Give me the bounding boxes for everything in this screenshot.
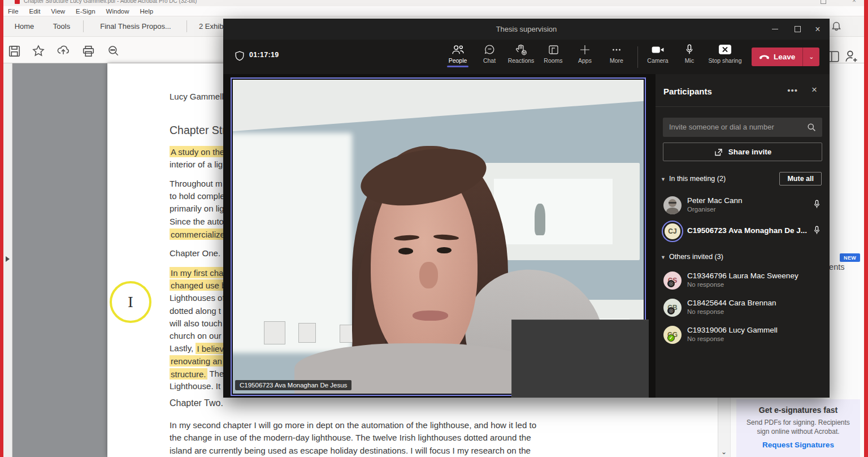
meeting-timer: 01:17:19 <box>249 51 279 59</box>
participant-row[interactable]: CG C19319006 Lucy Gammell No response <box>656 323 830 348</box>
participant-name: Peter Mac Cann <box>687 196 743 205</box>
mute-all-button[interactable]: Mute all <box>779 172 822 186</box>
minimize-icon[interactable] <box>766 19 783 40</box>
leave-label: Leave <box>774 53 795 61</box>
person-nose <box>419 262 438 288</box>
scroll-down-icon[interactable]: ⌄ <box>721 448 727 456</box>
collapse-chevron-icon[interactable]: ▼ <box>661 176 666 182</box>
tab-home[interactable]: Home <box>7 16 42 36</box>
tab-tools[interactable]: Tools <box>45 16 78 36</box>
acrobat-titlebar: Chapter Structure Lucy Gammell.pdf - Ado… <box>0 0 868 6</box>
chat-icon <box>484 44 496 55</box>
screen-share-border <box>0 0 3 457</box>
save-icon[interactable] <box>6 43 23 59</box>
people-icon <box>452 44 465 55</box>
esign-promo-body: Send PDFs for signing. Recipients sign o… <box>736 418 860 436</box>
invite-search-input[interactable] <box>663 118 799 136</box>
search-zoom-icon[interactable] <box>105 43 122 59</box>
more-dots-icon <box>610 44 623 55</box>
panel-close-icon[interactable]: × <box>811 84 817 96</box>
tab-apps[interactable]: Apps <box>569 44 601 64</box>
esign-promo-title: Get e-signatures fast <box>736 406 860 415</box>
video-window-light <box>233 133 352 353</box>
tab-chat[interactable]: Chat <box>474 44 505 64</box>
others-invited-section: ▼ Others invited (3) <box>656 252 830 267</box>
pdf-file-icon <box>15 0 20 4</box>
pdf-text-line: In my second chapter I will go more in d… <box>170 419 712 432</box>
esign-promo-card: Get e-signatures fast Send PDFs for sign… <box>736 399 860 457</box>
acrobat-window-title: Chapter Structure Lucy Gammell.pdf - Ado… <box>24 0 197 4</box>
participants-panel: Participants ••• × Share invite <box>656 74 830 398</box>
acrobat-close-icon[interactable]: × <box>852 0 856 5</box>
participant-row-organiser[interactable]: Peter Mac Cann Organiser <box>656 193 830 218</box>
participant-name: C18425644 Cara Brennan <box>687 299 776 307</box>
person-lips <box>413 311 448 321</box>
apps-plus-icon <box>579 44 591 55</box>
menu-file[interactable]: File <box>8 8 19 15</box>
leave-button[interactable]: Leave <box>752 48 802 66</box>
presence-status-icon <box>667 307 675 314</box>
participant-subtitle: No response <box>687 308 724 315</box>
menu-window[interactable]: Window <box>106 8 129 15</box>
in-meeting-section: ▼ In this meeting (2) Mute all <box>656 174 830 189</box>
participants-header: Participants <box>663 87 712 96</box>
mic-button[interactable]: Mic <box>672 44 706 64</box>
self-view-placeholder <box>511 320 649 398</box>
video-window-pane <box>494 179 613 245</box>
participant-mic-icon[interactable] <box>813 200 821 209</box>
participant-row[interactable]: CS C19346796 Laura Mac Sweeney No respon… <box>656 269 830 294</box>
camera-button[interactable]: Camera <box>641 44 675 64</box>
meeting-stage: C19506723 Ava Monaghan De Jesus <box>223 74 656 398</box>
search-icon <box>807 123 816 132</box>
favorites-star-icon[interactable] <box>30 43 47 59</box>
leave-options-chevron-icon[interactable]: ⌄ <box>802 48 819 66</box>
request-signatures-link[interactable]: Request Signatures <box>736 441 860 449</box>
tab-people[interactable]: People <box>442 44 474 67</box>
others-invited-list: CS C19346796 Laura Mac Sweeney No respon… <box>656 269 830 350</box>
share-upload-icon[interactable] <box>55 43 72 59</box>
close-icon[interactable]: × <box>809 19 826 40</box>
stop-sharing-icon <box>718 44 732 55</box>
collapse-chevron-icon[interactable]: ▼ <box>661 255 666 260</box>
pdf-bottom-block: Chapter Two. In my second chapter I will… <box>170 398 712 457</box>
participant-row-self[interactable]: CJ C19506723 Ava Monaghan De J... <box>656 219 830 244</box>
tab-reactions[interactable]: Reactions <box>505 44 537 64</box>
participant-mic-icon[interactable] <box>813 226 821 235</box>
teams-window: Thesis supervision × 01:17:19 People <box>223 19 830 398</box>
text-cursor-icon: I <box>128 294 133 311</box>
acrobat-restore-icon[interactable] <box>821 0 826 4</box>
new-badge[interactable]: NEW <box>840 253 860 262</box>
menu-edit[interactable]: Edit <box>29 8 41 15</box>
acrobat-menubar: File Edit View E-Sign Window Help <box>0 6 868 16</box>
others-invited-label: Others invited (3) <box>669 253 723 261</box>
invite-search-box[interactable] <box>663 118 822 137</box>
menu-view[interactable]: View <box>51 8 65 15</box>
person-add-icon[interactable] <box>844 49 859 64</box>
notifications-bell-icon[interactable] <box>831 21 842 32</box>
restore-icon[interactable] <box>789 19 806 40</box>
teams-toolbar: 01:17:19 People Chat <box>223 40 830 74</box>
person-eye <box>398 248 413 255</box>
panel-more-icon[interactable]: ••• <box>787 85 798 95</box>
avatar-photo <box>663 196 682 214</box>
sidebar-expand-arrow-icon[interactable] <box>6 256 10 262</box>
participant-name: C19506723 Ava Monaghan De J... <box>687 226 807 235</box>
panel-divider <box>656 106 830 107</box>
tab-rooms[interactable]: Rooms <box>537 44 569 64</box>
print-icon[interactable] <box>80 43 97 59</box>
menu-esign[interactable]: E-Sign <box>76 8 96 15</box>
pdf-chapter-two-heading: Chapter Two. <box>170 398 712 408</box>
reactions-icon <box>515 44 528 55</box>
presence-status-icon <box>667 334 675 342</box>
share-invite-button[interactable]: Share invite <box>663 143 822 161</box>
screen: Chapter Structure Lucy Gammell.pdf - Ado… <box>0 0 868 457</box>
toolbar-divider <box>637 46 638 68</box>
tab-document-active[interactable]: Final Thesis Propos... <box>86 16 185 36</box>
pdf-bottom-lines: In my second chapter I will go more in d… <box>170 419 712 457</box>
stop-sharing-button[interactable]: Stop sharing <box>704 44 746 64</box>
participant-name: C19319006 Lucy Gammell <box>687 326 778 334</box>
menu-help[interactable]: Help <box>140 8 154 15</box>
participant-row[interactable]: CB C18425644 Cara Brennan No response <box>656 296 830 321</box>
tab-more[interactable]: More <box>601 44 632 64</box>
pdf-text-line: island are currently being used as escap… <box>170 445 712 457</box>
